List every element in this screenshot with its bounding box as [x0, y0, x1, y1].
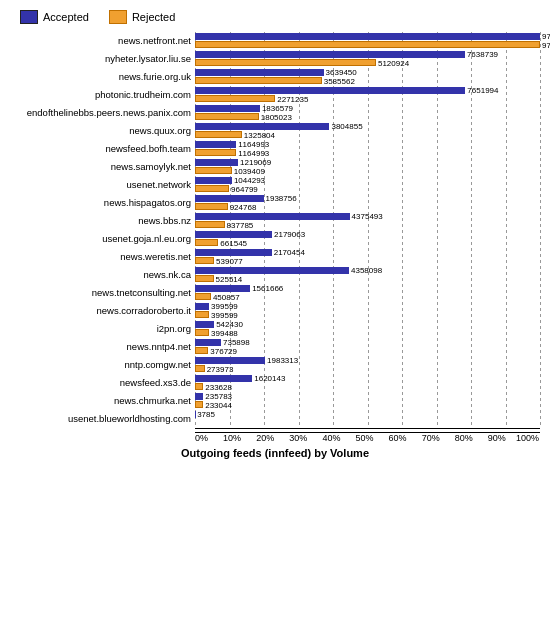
x-tick-label: 40%	[308, 433, 341, 443]
x-tick-label: 10%	[209, 433, 242, 443]
value-rejected: 5120924	[378, 59, 409, 68]
bars-wrapper: 4375493837785	[195, 212, 540, 229]
bar-accepted	[195, 159, 238, 166]
bars-wrapper: 542430399488	[195, 320, 540, 337]
row-label: news.tnetconsulting.net	[10, 287, 195, 298]
bar-accepted	[195, 285, 250, 292]
chart-title: Outgoing feeds (innfeed) by Volume	[10, 447, 540, 459]
value-rejected: 450857	[213, 293, 240, 302]
value-rejected: 233628	[205, 383, 232, 392]
legend-rejected: Rejected	[109, 10, 175, 24]
value-rejected: 3585562	[324, 77, 355, 86]
x-tick-label: 20%	[242, 433, 275, 443]
value-accepted: 735898	[223, 338, 250, 347]
value-rejected: 539077	[216, 257, 243, 266]
bar-accepted	[195, 33, 540, 40]
bar-accepted	[195, 195, 264, 202]
value-accepted: 1938756	[266, 194, 297, 203]
value-accepted: 235783	[205, 392, 232, 401]
value-rejected: 661545	[220, 239, 247, 248]
chart-row: news.nntp4.net735898376729	[10, 338, 540, 355]
value-accepted: 7651994	[467, 86, 498, 95]
legend-accepted: Accepted	[20, 10, 89, 24]
legend-rejected-box	[109, 10, 127, 24]
bars-wrapper: 235783233044	[195, 392, 540, 409]
value-accepted: 1620143	[254, 374, 285, 383]
value-accepted: 7638739	[467, 50, 498, 59]
bars-wrapper: 12190691039409	[195, 158, 540, 175]
chart-row: nntp.comgw.net1983313273973	[10, 356, 540, 373]
bar-accepted	[195, 123, 329, 130]
bars-wrapper: 1044293964799	[195, 176, 540, 193]
bars-wrapper: 18365791805023	[195, 104, 540, 121]
chart-row: news.chmurka.net235783233044	[10, 392, 540, 409]
chart-row: news.nk.ca4358098525514	[10, 266, 540, 283]
bar-accepted	[195, 393, 203, 400]
row-label: usenet.blueworldhosting.com	[10, 413, 195, 424]
chart-row: endofthelinebbs.peers.news.panix.com1836…	[10, 104, 540, 121]
bar-rejected	[195, 131, 242, 138]
x-tick-label: 60%	[374, 433, 407, 443]
chart-row: i2pn.org542430399488	[10, 320, 540, 337]
bar-accepted	[195, 375, 252, 382]
value-accepted: 1983313	[267, 356, 298, 365]
x-tick-label: 30%	[275, 433, 308, 443]
legend: Accepted Rejected	[20, 10, 540, 24]
value-rejected: 1325804	[244, 131, 275, 140]
row-label: news.nntp4.net	[10, 341, 195, 352]
bar-rejected	[195, 275, 214, 282]
row-label: usenet.network	[10, 179, 195, 190]
value-rejected: 233044	[205, 401, 232, 410]
bars-wrapper: 76519942271235	[195, 86, 540, 103]
value-rejected: 399488	[211, 329, 238, 338]
bars-wrapper: 97641579764157	[195, 32, 540, 49]
row-label: photonic.trudheim.com	[10, 89, 195, 100]
chart-row: news.netfront.net97641579764157	[10, 32, 540, 49]
value-accepted: 1219069	[240, 158, 271, 167]
chart-row: nyheter.lysator.liu.se76387395120924	[10, 50, 540, 67]
bars-wrapper: 2179063661545	[195, 230, 540, 247]
bar-rejected	[195, 293, 211, 300]
legend-rejected-label: Rejected	[132, 11, 175, 23]
bar-rejected	[195, 185, 229, 192]
value-rejected: 525514	[216, 275, 243, 284]
chart-row: news.bbs.nz4375493837785	[10, 212, 540, 229]
bars-wrapper: 2170454539077	[195, 248, 540, 265]
x-tick-label: 50%	[341, 433, 374, 443]
chart-row: news.tnetconsulting.net1561666450857	[10, 284, 540, 301]
row-label: news.bbs.nz	[10, 215, 195, 226]
bar-accepted	[195, 339, 221, 346]
row-label: nyheter.lysator.liu.se	[10, 53, 195, 64]
bar-accepted	[195, 303, 209, 310]
value-rejected: 1164993	[238, 149, 269, 158]
x-tick-label: 90%	[474, 433, 507, 443]
legend-accepted-label: Accepted	[43, 11, 89, 23]
row-label: news.netfront.net	[10, 35, 195, 46]
value-rejected: 399599	[211, 311, 238, 320]
value-accepted: 1044293	[234, 176, 265, 185]
chart-row: usenet.goja.nl.eu.org2179063661545	[10, 230, 540, 247]
value-accepted: 1561666	[252, 284, 283, 293]
chart-row: news.hispagatos.org1938756924768	[10, 194, 540, 211]
bar-rejected	[195, 329, 209, 336]
chart-area: news.netfront.net97641579764157nyheter.l…	[10, 32, 540, 428]
bars-wrapper: 4358098525514	[195, 266, 540, 283]
value-accepted: 1836579	[262, 104, 293, 113]
value-rejected: 376729	[210, 347, 237, 356]
chart-row: news.furie.org.uk36394503585562	[10, 68, 540, 85]
bar-rejected	[195, 239, 218, 246]
bar-rejected	[195, 383, 203, 390]
bar-accepted	[195, 231, 272, 238]
bars-wrapper: 1938756924768	[195, 194, 540, 211]
row-label: news.quux.org	[10, 125, 195, 136]
value-accepted: 1164993	[238, 140, 269, 149]
bars-wrapper: 1561666450857	[195, 284, 540, 301]
bar-accepted	[195, 249, 272, 256]
row-label: news.corradoroberto.it	[10, 305, 195, 316]
chart-row: news.corradoroberto.it399599399599	[10, 302, 540, 319]
value-rejected: 924768	[230, 203, 257, 212]
value-accepted: 542430	[216, 320, 243, 329]
bar-rejected	[195, 41, 540, 48]
bar-rejected	[195, 77, 322, 84]
x-tick-label: 80%	[441, 433, 474, 443]
